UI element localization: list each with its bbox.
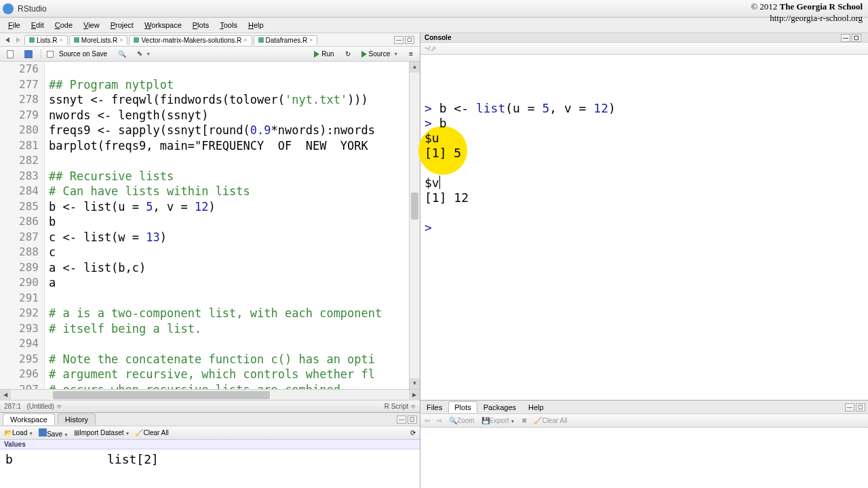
minimize-icon[interactable]: — — [841, 34, 850, 42]
tab-nav-fwd-icon[interactable] — [16, 37, 20, 43]
maximize-icon[interactable]: ▢ — [405, 36, 414, 44]
clear-button[interactable]: 🧹Clear All — [135, 429, 168, 436]
scroll-left-icon[interactable]: ◀ — [0, 390, 11, 401]
variable-value: list[2] — [107, 452, 159, 485]
clear-plots-button[interactable]: 🧹Clear All — [534, 417, 567, 424]
menu-help[interactable]: Help — [243, 19, 269, 31]
copyright-overlay: © 2012 The Georgia R School http://georg… — [751, 1, 863, 24]
line-gutter: 2762772782792802812822832842852862872882… — [0, 62, 45, 389]
console-pane: Console —▢ ~/ ⬀ > b <- list(u = 5, v = 1… — [420, 33, 868, 400]
tab-workspace[interactable]: Workspace — [3, 413, 55, 425]
plot-prev-button[interactable]: ⇦ — [425, 417, 430, 424]
file-type[interactable]: R Script — [384, 403, 409, 410]
code-editor[interactable]: 2762772782792802812822832842852862872882… — [0, 62, 420, 389]
close-icon[interactable]: × — [119, 37, 123, 43]
minimize-icon[interactable]: — — [394, 36, 403, 44]
working-dir[interactable]: ~/ — [425, 45, 431, 52]
hscroll-thumb[interactable] — [53, 391, 270, 399]
tab-plots[interactable]: Plots — [448, 401, 477, 413]
remove-plot-button[interactable]: ✖ — [521, 417, 527, 424]
import-button[interactable]: ⊞Import Dataset▼ — [74, 429, 130, 436]
text-cursor — [439, 176, 440, 189]
popout-icon — [7, 50, 14, 58]
export-button[interactable]: 💾Export▼ — [481, 417, 515, 424]
maximize-icon[interactable]: ▢ — [852, 34, 861, 42]
rerun-button[interactable]: ↻ — [342, 49, 353, 58]
console-path-bar: ~/ ⬀ — [420, 43, 868, 55]
menu-plots[interactable]: Plots — [187, 19, 214, 31]
cursor-position: 287:1 — [4, 403, 21, 410]
maximize-icon[interactable]: ▢ — [856, 403, 865, 411]
save-icon — [24, 50, 33, 58]
run-icon — [314, 51, 319, 58]
menubar: File Edit Code View Project Workspace Pl… — [0, 18, 868, 33]
editor-statusbar: 287:1 (Untitled) ≑ R Script ≑ — [0, 400, 420, 412]
minimize-icon[interactable]: — — [845, 403, 854, 411]
workspace-tabs: Workspace History —▢ — [0, 413, 420, 426]
menu-view[interactable]: View — [78, 19, 105, 31]
window-title: RStudio — [18, 4, 47, 14]
file-icon — [74, 37, 79, 43]
plot-canvas — [420, 428, 868, 488]
maximize-icon[interactable]: ▢ — [408, 415, 417, 424]
scroll-up-icon[interactable]: ▲ — [410, 62, 420, 73]
run-button[interactable]: Run — [311, 49, 336, 58]
source-pane: Lists.R× MoreLists.R× Vector-matrix-Make… — [0, 33, 420, 412]
menu-file[interactable]: File — [3, 19, 26, 31]
menu-edit[interactable]: Edit — [26, 19, 50, 31]
scroll-right-icon[interactable]: ▶ — [409, 390, 420, 401]
zoom-button[interactable]: 🔍Zoom — [449, 417, 475, 424]
source-tabs: Lists.R× MoreLists.R× Vector-matrix-Make… — [0, 33, 420, 47]
plots-pane: Files Plots Packages Help —▢ ⇦ ⇨ 🔍Zoom 💾… — [420, 400, 868, 488]
popout-button[interactable] — [4, 49, 16, 59]
file-icon — [258, 37, 264, 43]
browse-icon[interactable]: ⬀ — [431, 45, 436, 52]
source-icon — [361, 51, 367, 58]
tab-vector-matrix[interactable]: Vector-matrix-Makers-solutions.R× — [129, 35, 252, 45]
workspace-pane: Workspace History —▢ 📂Load▼ Save▼ ⊞Impor… — [0, 412, 420, 488]
find-button[interactable]: 🔍 — [115, 49, 129, 58]
refresh-button[interactable]: ⟳ — [410, 429, 416, 436]
tab-history[interactable]: History — [58, 413, 96, 425]
file-icon — [134, 37, 139, 43]
close-icon[interactable]: × — [60, 37, 63, 43]
menu-code[interactable]: Code — [50, 19, 78, 31]
variable-name[interactable]: b — [5, 452, 107, 485]
menu-workspace[interactable]: Workspace — [139, 19, 187, 31]
scroll-thumb[interactable] — [411, 192, 418, 220]
minimize-icon[interactable]: — — [397, 415, 406, 424]
tab-lists[interactable]: Lists.R× — [24, 35, 68, 45]
load-button[interactable]: 📂Load▼ — [4, 429, 33, 436]
plot-next-button[interactable]: ⇨ — [437, 417, 442, 424]
source-toolbar: Source on Save 🔍 ✎▼ Run ↻ Source▼ ≡ — [0, 47, 420, 62]
rstudio-icon — [3, 3, 14, 14]
scroll-down-icon[interactable]: ▼ — [410, 378, 420, 389]
section-name[interactable]: (Untitled) — [26, 403, 54, 410]
save-button[interactable]: Save▼ — [39, 428, 68, 438]
wand-button[interactable]: ✎▼ — [134, 49, 153, 58]
tab-help[interactable]: Help — [522, 401, 550, 413]
plots-tabs: Files Plots Packages Help —▢ — [420, 401, 868, 414]
save-button[interactable] — [22, 49, 35, 59]
outline-button[interactable]: ≡ — [406, 49, 416, 58]
menu-tools[interactable]: Tools — [214, 19, 243, 31]
tab-nav-back-icon[interactable] — [5, 37, 9, 43]
file-icon — [29, 37, 35, 43]
plots-toolbar: ⇦ ⇨ 🔍Zoom 💾Export▼ ✖ 🧹Clear All — [420, 414, 868, 428]
source-on-save-checkbox[interactable] — [47, 51, 54, 58]
window-titlebar: RStudio — [0, 0, 868, 18]
console-body[interactable]: > b <- list(u = 5, v = 12)> b$u[1] 5 $v[… — [420, 55, 868, 400]
close-icon[interactable]: × — [243, 37, 247, 43]
workspace-values[interactable]: b list[2] — [0, 449, 420, 488]
tab-dataframes[interactable]: Dataframes.R× — [254, 35, 318, 45]
workspace-toolbar: 📂Load▼ Save▼ ⊞Import Dataset▼ 🧹Clear All… — [0, 426, 420, 440]
tab-packages[interactable]: Packages — [477, 401, 522, 413]
editor-vscroll[interactable]: ▲ ▼ — [409, 62, 420, 389]
editor-hscroll[interactable]: ◀ ▶ — [0, 389, 420, 400]
tab-files[interactable]: Files — [420, 401, 448, 413]
tab-morelists[interactable]: MoreLists.R× — [69, 35, 128, 45]
save-icon — [39, 428, 47, 436]
close-icon[interactable]: × — [309, 37, 313, 43]
menu-project[interactable]: Project — [105, 19, 139, 31]
source-button[interactable]: Source▼ — [359, 49, 401, 58]
